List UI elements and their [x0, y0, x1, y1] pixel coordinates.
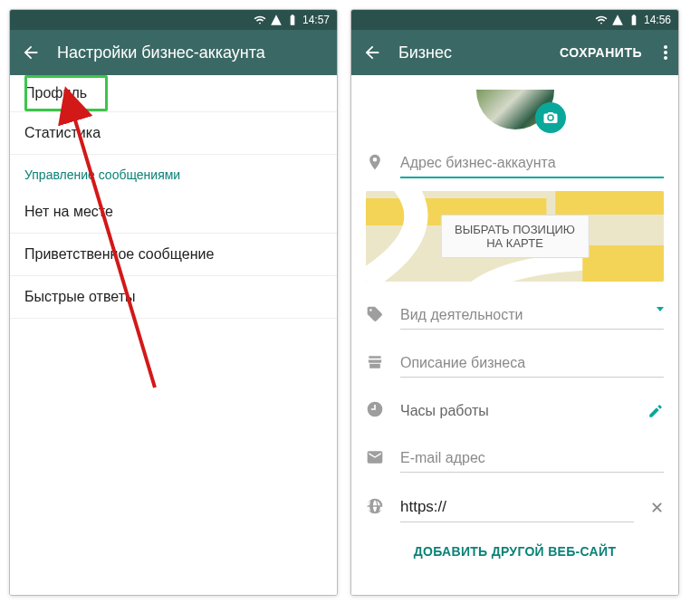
chevron-down-icon	[657, 307, 664, 311]
phone-left: 14:57 Настройки бизнес-аккаунта Профиль …	[9, 9, 338, 596]
signal-icon	[611, 14, 624, 26]
settings-list: Профиль Статистика Управление сообщениям…	[10, 75, 337, 595]
clock-icon	[366, 400, 384, 418]
category-row[interactable]	[366, 302, 664, 330]
status-time: 14:57	[302, 14, 330, 26]
app-bar: Бизнес СОХРАНИТЬ	[351, 30, 678, 75]
svg-rect-3	[555, 191, 664, 215]
tag-icon	[366, 305, 384, 323]
app-bar: Настройки бизнес-аккаунта	[10, 30, 337, 75]
clear-icon[interactable]: ✕	[650, 498, 664, 518]
store-icon	[366, 353, 384, 371]
page-title: Бизнес	[398, 43, 543, 62]
wifi-icon	[595, 14, 608, 26]
description-input[interactable]	[400, 349, 664, 378]
hours-label: Часы работы	[400, 397, 631, 425]
status-time: 14:56	[644, 14, 671, 26]
website-row: ✕	[366, 493, 664, 522]
add-website-button[interactable]: ДОБАВИТЬ ДРУГОЙ ВЕБ-САЙТ	[366, 522, 664, 568]
location-icon	[366, 153, 384, 171]
phone-right: 14:56 Бизнес СОХРАНИТЬ ВЫ	[350, 9, 679, 596]
profile-form: ВЫБРАТЬ ПОЗИЦИЮ НА КАРТЕ Часы работы ✕ Д…	[351, 75, 678, 595]
list-item-away[interactable]: Нет на месте	[10, 191, 337, 234]
list-item-greeting[interactable]: Приветственное сообщение	[10, 234, 337, 276]
email-input[interactable]	[400, 445, 664, 473]
website-input[interactable]	[400, 493, 634, 522]
address-input[interactable]	[400, 149, 664, 178]
address-row	[366, 149, 664, 178]
battery-icon	[286, 14, 299, 26]
save-button[interactable]: СОХРАНИТЬ	[560, 45, 642, 60]
status-bar: 14:56	[351, 10, 678, 30]
back-icon[interactable]	[21, 43, 41, 62]
pencil-icon[interactable]	[647, 403, 664, 419]
map-pick-button[interactable]: ВЫБРАТЬ ПОЗИЦИЮ НА КАРТЕ	[440, 215, 590, 258]
camera-icon	[542, 110, 559, 126]
list-item-profile[interactable]: Профиль	[10, 75, 337, 112]
list-item-stats[interactable]: Статистика	[10, 112, 337, 155]
hours-row[interactable]: Часы работы	[366, 397, 664, 425]
list-item-quick[interactable]: Быстрые ответы	[10, 276, 337, 319]
signal-icon	[270, 14, 283, 26]
section-header: Управление сообщениями	[10, 155, 337, 191]
globe-icon	[366, 497, 384, 515]
description-row	[366, 349, 664, 378]
avatar-row	[366, 75, 664, 129]
category-input[interactable]	[400, 302, 664, 330]
email-icon	[366, 448, 384, 466]
status-bar: 14:57	[10, 10, 337, 30]
email-row	[366, 445, 664, 473]
battery-icon	[628, 14, 640, 26]
page-title: Настройки бизнес-аккаунта	[57, 43, 326, 62]
svg-rect-4	[582, 245, 664, 282]
back-icon[interactable]	[362, 43, 382, 62]
overflow-menu-icon[interactable]	[664, 45, 667, 60]
camera-button[interactable]	[535, 102, 566, 133]
map-preview[interactable]: ВЫБРАТЬ ПОЗИЦИЮ НА КАРТЕ	[366, 191, 664, 282]
wifi-icon	[254, 14, 266, 26]
